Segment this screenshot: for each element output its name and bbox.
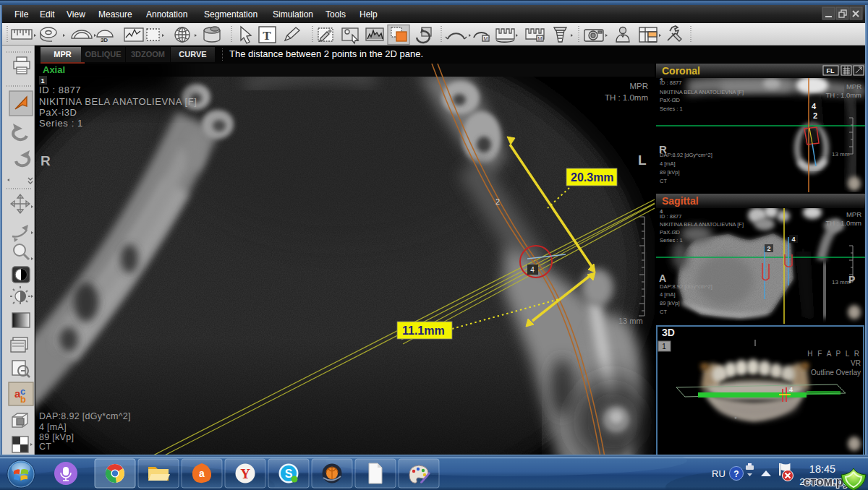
svg-text:R: R bbox=[659, 143, 667, 155]
svg-text:89 [kVp]: 89 [kVp] bbox=[660, 169, 680, 176]
svg-text:T: T bbox=[263, 29, 271, 43]
svg-text:ID : 8877: ID : 8877 bbox=[39, 85, 81, 95]
svg-text:89 [kVp]: 89 [kVp] bbox=[660, 300, 680, 306]
svg-text:P: P bbox=[848, 274, 855, 285]
svg-text:MPR: MPR bbox=[846, 210, 861, 218]
svg-text:?: ? bbox=[733, 469, 739, 479]
svg-text:2: 2 bbox=[767, 245, 770, 252]
svg-text:CT: CT bbox=[660, 178, 667, 184]
svg-text:4 [mA]: 4 [mA] bbox=[660, 160, 676, 167]
svg-text:b: b bbox=[20, 394, 26, 405]
svg-text:Coronal: Coronal bbox=[662, 65, 700, 77]
svg-text:M: M bbox=[484, 36, 488, 41]
svg-text:2: 2 bbox=[495, 197, 500, 206]
svg-text:4: 4 bbox=[812, 102, 817, 111]
svg-text:3D: 3D bbox=[101, 37, 108, 43]
svg-text:DAP:8.92 [dGy*cm^2]: DAP:8.92 [dGy*cm^2] bbox=[660, 283, 712, 290]
svg-text:Series : 1: Series : 1 bbox=[39, 118, 83, 129]
svg-text:4: 4 bbox=[791, 236, 795, 243]
svg-text:1: 1 bbox=[41, 77, 44, 85]
svg-text:Outline Overlay: Outline Overlay bbox=[811, 369, 861, 377]
svg-text:A: A bbox=[659, 272, 666, 284]
svg-text:20.3mm: 20.3mm bbox=[571, 171, 614, 184]
svg-text:a: a bbox=[199, 468, 205, 479]
svg-text:L: L bbox=[638, 152, 647, 168]
svg-text:4 [mA]: 4 [mA] bbox=[39, 422, 67, 432]
svg-text:DAP:8.92 [dGy*cm^2]: DAP:8.92 [dGy*cm^2] bbox=[660, 152, 712, 158]
svg-text:13 mm: 13 mm bbox=[832, 151, 850, 158]
svg-text:DAP:8.92 [dGy*cm^2]: DAP:8.92 [dGy*cm^2] bbox=[39, 411, 131, 421]
svg-text:ID : 8877: ID : 8877 bbox=[660, 213, 681, 220]
svg-text:89 [kVp]: 89 [kVp] bbox=[39, 432, 74, 442]
svg-text:TH : 1.0mm: TH : 1.0mm bbox=[825, 91, 861, 99]
svg-text:4 [mA]: 4 [mA] bbox=[660, 291, 676, 298]
svg-text:1: 1 bbox=[662, 343, 666, 351]
svg-text:Series : 1: Series : 1 bbox=[660, 237, 683, 244]
svg-text:ID : 8877: ID : 8877 bbox=[660, 79, 681, 86]
svg-text:Axial: Axial bbox=[43, 64, 65, 75]
svg-text:MPR: MPR bbox=[629, 82, 648, 90]
svg-text:MPR: MPR bbox=[846, 82, 861, 90]
svg-text:CT: CT bbox=[660, 309, 667, 315]
svg-text:13 mm: 13 mm bbox=[618, 317, 643, 325]
svg-text:PaX-i3D: PaX-i3D bbox=[39, 107, 77, 118]
svg-text:NIKITINA BELA ANATOLIEVNA [F]: NIKITINA BELA ANATOLIEVNA [F] bbox=[660, 89, 744, 95]
svg-text:2: 2 bbox=[813, 111, 817, 120]
svg-text:13 mm: 13 mm bbox=[832, 279, 850, 285]
svg-text:Y: Y bbox=[240, 466, 250, 481]
svg-text:RU: RU bbox=[712, 468, 726, 479]
svg-text:R: R bbox=[41, 153, 51, 168]
svg-text:NIKITINA BELA ANATOLIEVNA [F]: NIKITINA BELA ANATOLIEVNA [F] bbox=[39, 96, 197, 107]
svg-text:Series : 1: Series : 1 bbox=[660, 106, 683, 112]
svg-text:Sagittal: Sagittal bbox=[662, 195, 699, 207]
svg-text:PaX-i3D: PaX-i3D bbox=[660, 97, 681, 103]
svg-text:3D: 3D bbox=[662, 327, 675, 338]
svg-text:FL: FL bbox=[827, 67, 835, 74]
svg-text:TH : 1.0mm: TH : 1.0mm bbox=[825, 219, 861, 227]
svg-text:TH : 1.0mm: TH : 1.0mm bbox=[605, 93, 648, 102]
svg-text:M: M bbox=[538, 36, 542, 41]
svg-text:18:45: 18:45 bbox=[809, 463, 835, 475]
svg-text:CT: CT bbox=[39, 442, 51, 452]
svg-text:PaX-i3D: PaX-i3D bbox=[660, 229, 681, 236]
svg-text:NIKITINA BELA ANATOLIEVNA [F]: NIKITINA BELA ANATOLIEVNA [F] bbox=[660, 221, 744, 228]
svg-text:VR: VR bbox=[851, 359, 861, 367]
svg-text:4: 4 bbox=[530, 266, 535, 274]
svg-text:11.1mm: 11.1mm bbox=[402, 324, 445, 337]
svg-text:4: 4 bbox=[789, 386, 793, 393]
svg-text:H F A P L R: H F A P L R bbox=[807, 350, 861, 358]
